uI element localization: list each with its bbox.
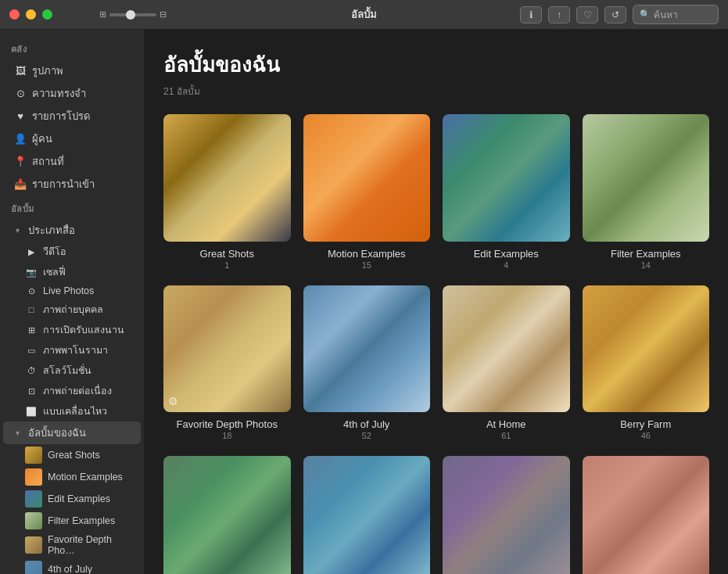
album-grid: Great Shots 1 Motion Examples 15 Edit Ex… [163,114,709,574]
sidebar-item-label: Motion Examples [48,472,123,483]
heart-button[interactable]: ♡ [576,6,598,23]
album-item-row3d[interactable] [583,456,710,574]
sidebar-item-memories[interactable]: ⊙ ความทรงจำ [3,82,141,105]
album-thumb-home [443,285,570,413]
sidebar-item-july[interactable]: 4th of July [3,558,141,574]
selfies-icon: 📷 [25,266,38,278]
album-count: 15 [303,260,431,270]
sidebar-item-label: สโลว์โมชั่น [43,363,91,378]
album-name: Great Shots [163,248,291,260]
album-item-great[interactable]: Great Shots 1 [163,114,291,270]
search-box[interactable]: 🔍 ค้นหา [633,5,719,24]
sidebar-item-label: Live Photos [43,285,94,296]
zoom-slider[interactable] [109,13,156,16]
album-name: Berry Farm [583,418,710,430]
sidebar-item-label: Edit Examples [48,493,110,504]
sidebar-item-label: Filter Examples [48,515,115,526]
depth-thumb [25,536,42,554]
sidebar-item-my-albums[interactable]: ▼ อัลบั้มของฉัน [3,422,141,444]
sidebar-section-recents: คลัง [0,36,144,59]
album-name: Filter Examples [583,248,710,260]
sidebar-item-label: Great Shots [48,450,100,461]
maximize-button[interactable] [42,9,52,20]
sidebar-item-people[interactable]: 👤 ผู้คน [3,127,141,150]
sidebar-media-types-label: ประเภทสื่อ [28,222,75,239]
imports-icon: 📥 [14,178,27,191]
album-item-row3a[interactable] [163,456,291,574]
sidebar-item-label: รายการนำเข้า [32,176,95,192]
edit-thumb [25,490,42,508]
sidebar-item-edit[interactable]: Edit Examples [3,488,141,510]
content-area: อัลบั้มของฉัน 21 อัลบั้ม Great Shots 1 M… [145,30,728,574]
album-count-label: 21 อัลบั้ม [163,84,709,99]
sidebar-item-favorites[interactable]: ♥ รายการโปรด [3,105,141,127]
album-item-row3b[interactable] [303,456,431,574]
sidebar-item-label: Favorite Depth Pho… [48,534,130,556]
sidebar-section-albums-label: อัลบั้ม [0,196,144,219]
sidebar-item-animated[interactable]: ⬜ แบบเคลื่อนไหว [3,401,141,422]
sidebar-item-filter[interactable]: Filter Examples [3,510,141,532]
album-thumb-row3b [303,456,431,574]
album-thumb-berry [583,285,710,413]
sidebar-item-label: การเปิดรับแสงนาน [43,322,124,338]
sidebar-my-albums-label: อัลบั้มของฉัน [28,425,86,441]
sidebar-item-timelapse[interactable]: ⊡ ภาพถ่ายต่อเนื่อง [3,381,141,401]
close-button[interactable] [9,9,20,20]
album-name: Favorite Depth Photos [163,418,291,430]
rotate-button[interactable]: ↺ [604,6,626,23]
album-item-depth[interactable]: ⚙ Favorite Depth Photos 18 [163,285,291,441]
live-icon: ⊙ [25,285,38,297]
july-thumb [25,561,42,574]
album-item-berry[interactable]: Berry Farm 46 [583,285,710,441]
sidebar-item-depth[interactable]: Favorite Depth Pho… [3,532,141,558]
album-thumb-july [303,285,431,413]
filter-thumb [25,512,42,529]
panorama-icon: ▭ [25,344,38,357]
sidebar-item-label: ผู้คน [32,131,52,147]
sidebar-item-label: รายการโปรด [32,108,90,124]
album-count: 61 [443,431,570,440]
sidebar-item-media-types[interactable]: ▼ ประเภทสื่อ [3,219,141,242]
album-item-motion[interactable]: Motion Examples 15 [303,114,431,270]
sidebar-item-portrait[interactable]: □ ภาพถ่ายบุคคล [3,300,141,320]
sidebar-item-panorama[interactable]: ▭ ภาพพาโนรามา [3,340,141,361]
album-item-home[interactable]: At Home 61 [443,285,570,441]
album-item-july[interactable]: 4th of July 52 [303,285,431,441]
sidebar-item-burst[interactable]: ⊞ การเปิดรับแสงนาน [3,320,141,340]
photos-icon: 🖼 [14,65,27,77]
sidebar-item-places[interactable]: 📍 สถานที่ [3,150,141,173]
album-count: 14 [583,260,710,270]
portrait-icon: □ [25,303,38,316]
info-button[interactable]: ℹ [520,6,542,23]
collapse-arrow-icon: ▼ [14,429,21,437]
sidebar-item-photos[interactable]: 🖼 รูปภาพ [3,59,141,82]
titlebar: ⊞ ⊟ อัลบั้ม ℹ ↑ ♡ ↺ 🔍 ค้นหา [0,0,728,30]
album-count: 52 [303,431,431,440]
sidebar-item-great[interactable]: Great Shots [3,444,141,466]
album-item-filter[interactable]: Filter Examples 14 [583,114,710,270]
album-item-row3c[interactable] [443,456,570,574]
sidebar-item-selfies[interactable]: 📷 เซลฟี่ [3,262,141,282]
gear-overlay-icon: ⚙ [168,395,178,407]
sidebar-item-live[interactable]: ⊙ Live Photos [3,282,141,300]
timelapse-icon: ⊡ [25,385,38,397]
sidebar-item-imports[interactable]: 📥 รายการนำเข้า [3,173,141,196]
album-item-edit[interactable]: Edit Examples 4 [443,114,570,270]
album-count: 1 [163,260,291,270]
album-thumb-filter [583,114,710,242]
motion-thumb [25,468,42,486]
sidebar-item-motion[interactable]: Motion Examples [3,466,141,488]
sidebar-item-slowmo[interactable]: ⏱ สโลว์โมชั่น [3,361,141,381]
sidebar-item-label: ภาพถ่ายต่อเนื่อง [43,383,112,399]
album-name: Edit Examples [443,248,570,260]
album-count: 46 [583,431,710,440]
sidebar-item-label: ภาพพาโนรามา [43,343,108,358]
album-name: At Home [443,418,570,430]
minimize-button[interactable] [26,9,36,20]
sidebar-item-label: วีดีโอ [43,244,66,260]
search-placeholder: ค้นหา [654,7,678,22]
share-button[interactable]: ↑ [548,6,570,23]
collapse-arrow-icon: ▼ [14,227,21,235]
favorites-icon: ♥ [14,110,27,123]
sidebar-item-videos[interactable]: ▶ วีดีโอ [3,242,141,262]
